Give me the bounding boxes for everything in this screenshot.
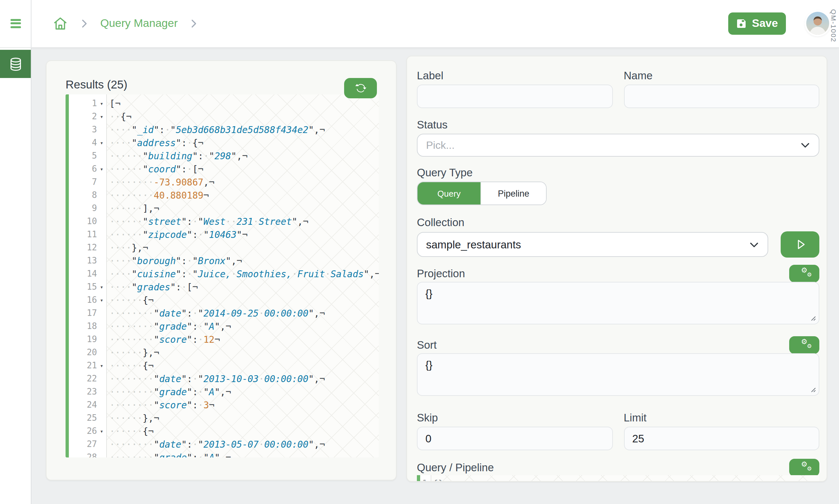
fold-toggle-icon[interactable] [97, 189, 106, 202]
fold-toggle-icon[interactable] [97, 123, 106, 136]
code-line: 1 ▾ [¬ [66, 97, 379, 110]
name-field-label: Name [624, 70, 819, 82]
code-text: ······{¬ [106, 425, 154, 438]
code-line: 8 ········40.880189¬ [66, 189, 379, 202]
code-text: ······},¬ [106, 412, 159, 425]
sort-settings-button[interactable]: ⚙⚙ [789, 336, 819, 354]
line-number: 18 [69, 320, 97, 333]
code-text: ······},¬ [106, 346, 159, 359]
fold-toggle-icon[interactable] [97, 149, 106, 163]
line-number: 14 [69, 267, 97, 281]
fold-toggle-icon[interactable] [97, 254, 106, 267]
limit-input[interactable] [624, 427, 819, 450]
fold-toggle-icon[interactable] [97, 202, 106, 215]
divider [0, 47, 32, 48]
fold-toggle-icon[interactable]: ▾ [97, 359, 106, 372]
fold-toggle-icon[interactable] [97, 307, 106, 320]
query-pipeline-label: Query / Pipeline [417, 462, 819, 474]
gears-icon: ⚙⚙ [793, 266, 816, 282]
fold-toggle-icon[interactable] [97, 451, 106, 457]
code-text: [¬ [106, 97, 121, 110]
run-query-button[interactable] [781, 231, 819, 257]
code-line: 19 ········"score":·12¬ [66, 333, 379, 346]
chevron-right-icon [79, 18, 89, 29]
fold-toggle-icon[interactable] [97, 333, 106, 346]
fold-toggle-icon[interactable] [97, 176, 106, 189]
code-line: 9 ······],¬ [66, 202, 379, 215]
fold-toggle-icon[interactable] [97, 438, 106, 451]
query-type-option-query[interactable]: Query [417, 182, 480, 204]
fold-toggle-icon[interactable]: ▾ [97, 97, 106, 110]
code-text: {} [427, 477, 444, 482]
sort-field-label: Sort [417, 339, 819, 351]
fold-toggle-icon[interactable] [97, 215, 106, 228]
code-line: 24 ········"score":·3¬ [66, 398, 379, 412]
code-line: 25 ······},¬ [66, 412, 379, 425]
sidebar-item-database[interactable] [0, 50, 31, 78]
code-line: 21 ▾ ······{¬ [66, 359, 379, 372]
name-input[interactable] [624, 85, 819, 108]
results-code-editor[interactable]: 1 ▾ [¬ 2 ▾ ··{¬ 3 ····"_id":·"5eb3d668b3… [66, 94, 379, 457]
gears-icon: ⚙⚙ [793, 460, 816, 476]
fold-toggle-icon[interactable] [97, 241, 106, 254]
results-panel: Results (25) 1 ▾ [¬ 2 ▾ ··{¬ 3 ····"_id"… [46, 60, 396, 481]
projection-input[interactable]: {} [417, 282, 819, 324]
fold-toggle-icon[interactable] [97, 372, 106, 385]
line-number: 2 [69, 110, 97, 123]
collection-value: sample_restaurants [426, 238, 749, 251]
code-text: ········"grade":·"A",¬ [106, 385, 231, 398]
fold-toggle-icon[interactable] [97, 267, 106, 281]
fold-toggle-icon[interactable]: ▾ [97, 163, 106, 176]
fold-toggle-icon[interactable]: ▾ [97, 294, 106, 307]
fold-toggle-icon[interactable] [97, 346, 106, 359]
query-pipeline-settings-button[interactable]: ⚙⚙ [789, 459, 819, 476]
line-number: 10 [69, 215, 97, 228]
user-avatar[interactable] [806, 12, 829, 35]
ticket-label: QM-1002 [830, 9, 838, 42]
line-number: 9 [69, 202, 97, 215]
floppy-save-icon [736, 18, 747, 29]
line-number: 8 [69, 189, 97, 202]
home-icon[interactable] [52, 16, 68, 32]
code-text: ········"date":·"2013-10-03·00:00:00",¬ [106, 372, 325, 385]
query-pipeline-editor[interactable]: 1 {} [417, 475, 819, 482]
line-number: 4 [69, 136, 97, 149]
code-line: 18 ········"grade":·"A",¬ [66, 320, 379, 333]
breadcrumb-item-query-manager[interactable]: Query Manager [100, 17, 178, 30]
line-number: 21 [69, 359, 97, 372]
fold-toggle-icon[interactable]: ▾ [97, 425, 106, 438]
status-select[interactable]: Pick... [417, 134, 819, 157]
collection-select[interactable]: sample_restaurants [417, 232, 768, 257]
code-text: ····"cuisine":·"Juice,·Smoothies,·Fruit·… [106, 267, 379, 281]
code-text: ····"_id":·"5eb3d668b31de5d588f434e2",¬ [106, 123, 325, 136]
label-input[interactable] [417, 85, 612, 108]
sort-input[interactable]: {} [417, 353, 819, 396]
code-text: ··{¬ [106, 110, 131, 123]
code-text: ····"grades":·[¬ [106, 281, 198, 294]
skip-field-label: Skip [417, 412, 612, 424]
fold-toggle-icon[interactable] [97, 385, 106, 398]
code-line: 12 ····},¬ [66, 241, 379, 254]
save-button-label: Save [752, 17, 778, 30]
code-text: ········"date":·"2014-09-25·00:00:00",¬ [106, 307, 325, 320]
projection-settings-button[interactable]: ⚙⚙ [789, 265, 819, 283]
fold-toggle-icon[interactable]: ▾ [97, 136, 106, 149]
hamburger-menu-icon[interactable] [11, 19, 21, 28]
fold-toggle-icon[interactable]: ▾ [97, 110, 106, 123]
fold-toggle-icon[interactable]: ▾ [97, 281, 106, 294]
code-line: 17 ········"date":·"2014-09-25·00:00:00"… [66, 307, 379, 320]
fold-toggle-icon[interactable] [97, 412, 106, 425]
line-number: 22 [69, 372, 97, 385]
fold-toggle-icon[interactable] [97, 228, 106, 241]
code-line: 27 ········"date":·"2013-05-07·00:00:00"… [66, 438, 379, 451]
line-number: 24 [69, 398, 97, 412]
code-text: ········40.880189¬ [106, 189, 209, 202]
save-button[interactable]: Save [728, 13, 786, 35]
code-line: 13 ····"borough":·"Bronx",¬ [66, 254, 379, 267]
refresh-button[interactable] [344, 78, 377, 98]
fold-toggle-icon[interactable] [97, 398, 106, 412]
skip-input[interactable] [417, 427, 612, 450]
code-line: 26 ▾ ······{¬ [66, 425, 379, 438]
query-type-option-pipeline[interactable]: Pipeline [480, 182, 546, 204]
fold-toggle-icon[interactable] [97, 320, 106, 333]
